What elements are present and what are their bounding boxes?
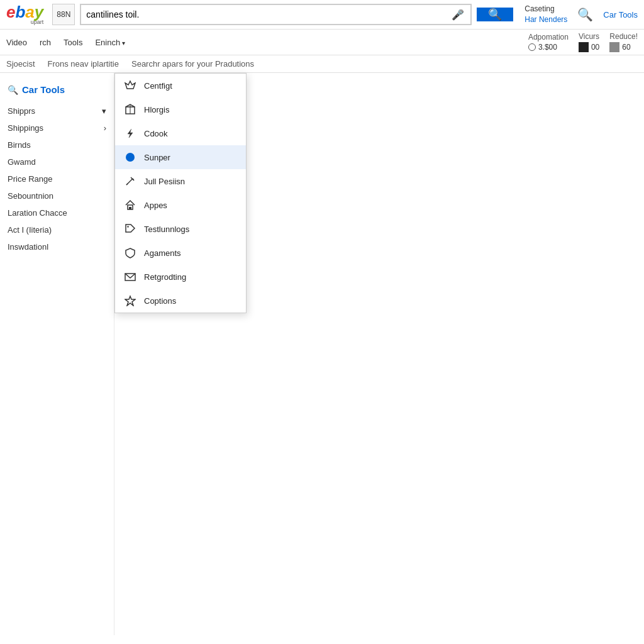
header-car-tools-link[interactable]: Car Tools [603, 10, 638, 19]
sidebar-item-laration-chacce[interactable]: Laration Chacce [0, 204, 114, 221]
sidebar-title-label: Car Tools [22, 84, 65, 95]
logo: ebay upart [6, 4, 43, 25]
dropdown-coptions-label: Coptions [144, 296, 176, 306]
svg-point-9 [127, 226, 128, 227]
vicurs-label: Vicurs [579, 32, 599, 41]
sub-header-searchr[interactable]: Searchr apars for your Pradutions [131, 59, 254, 69]
reduced-group: Reduce! 60 [609, 32, 638, 52]
tag-icon [124, 223, 136, 235]
dropdown-item-coptions[interactable]: Coptions [115, 289, 246, 313]
sidebar-shipprs-chevron: ▾ [102, 106, 106, 116]
search-category-selector[interactable]: 88N [52, 4, 75, 25]
header: ebay upart 88N 🎤 🔍 Caseting Har Nenders … [0, 0, 644, 30]
dropdown-menu: Centfigt Hlorgis Cdook Sunper [114, 73, 247, 313]
home-icon [124, 199, 136, 211]
nav-right-options: Adpomation 3.$00 Vicurs 00 Reduce! 60 [528, 32, 638, 52]
dropdown-item-sunper[interactable]: Sunper [115, 145, 246, 169]
search-submit-button[interactable]: 🔍 [477, 8, 513, 21]
dropdown-item-testlunnlogs[interactable]: Testlunnlogs [115, 217, 246, 241]
nav-item-rch[interactable]: rch [40, 35, 51, 50]
sidebar-item-shipprs[interactable]: Shipprs ▾ [0, 103, 114, 119]
color-box-gray [609, 42, 619, 52]
bolt-icon [124, 127, 136, 140]
sidebar-item-gwamd[interactable]: Gwamd [0, 153, 114, 170]
sub-header-frons[interactable]: Frons neav iplartitie [48, 59, 119, 69]
nav-bar: Video rch Tools Eninch Adpomation 3.$00 … [0, 30, 644, 55]
sidebar-item-birnds[interactable]: Birnds [0, 136, 114, 153]
nav-item-tools[interactable]: Tools [64, 35, 82, 50]
price-value: 3.$00 [538, 43, 557, 52]
sidebar-item-inswdationl[interactable]: Inswdationl [0, 238, 114, 255]
dropdown-item-hlorgis[interactable]: Hlorgis [115, 97, 246, 121]
search-input[interactable] [81, 5, 445, 24]
box-icon [124, 103, 136, 116]
search-bar: 🎤 [80, 4, 472, 25]
dropdown-item-jull-pesiisn[interactable]: Jull Pesiisn [115, 169, 246, 193]
main-layout: 🔍 Car Tools Shipprs ▾ Shippings › Birnds… [0, 73, 644, 635]
dropdown-cdook-label: Cdook [144, 129, 168, 138]
sub-header-sjoecist[interactable]: Sjoecist [6, 59, 35, 69]
dropdown-agaments-label: Agaments [144, 248, 181, 258]
dropdown-centfigt-label: Centfigt [144, 81, 172, 91]
dropdown-item-agaments[interactable]: Agaments [115, 241, 246, 265]
svg-point-3 [126, 153, 135, 162]
search-voice-icon[interactable]: 🎤 [445, 5, 470, 24]
dropdown-jull-label: Jull Pesiisn [144, 177, 185, 186]
dropdown-item-appes[interactable]: Appes [115, 193, 246, 217]
vicurs-option: 00 [579, 42, 599, 52]
logo-b: b [15, 3, 25, 21]
vicurs-value: 00 [591, 43, 599, 52]
adpomation-label: Adpomation [528, 33, 569, 42]
dropdown-hlorgis-label: Hlorgis [144, 105, 169, 114]
radio-dot-empty [528, 43, 536, 51]
dropdown-item-cdook[interactable]: Cdook [115, 121, 246, 145]
circle-filled-icon [124, 151, 136, 164]
adpomation-option: 3.$00 [528, 43, 557, 52]
svg-line-5 [126, 184, 128, 185]
sidebar-search-icon: 🔍 [8, 85, 18, 95]
dropdown-retgrodting-label: Retgrodting [144, 272, 186, 282]
adpomation-group: Adpomation 3.$00 [528, 33, 569, 52]
dropdown-sunper-label: Sunper [144, 153, 170, 162]
nav-item-video[interactable]: Video [6, 35, 27, 50]
header-har-nenders-link[interactable]: Har Nenders [525, 14, 567, 25]
crown-icon [124, 79, 136, 92]
header-search-icon[interactable]: 🔍 [577, 7, 593, 22]
dropdown-appes-label: Appes [144, 201, 167, 210]
shield-icon [124, 247, 136, 259]
dropdown-testlunnlogs-label: Testlunnlogs [144, 225, 189, 234]
sidebar-item-shippings[interactable]: Shippings › [0, 119, 114, 136]
reduced-value: 60 [622, 43, 630, 52]
header-casting-label: Caseting [525, 4, 554, 14]
nav-item-eninch[interactable]: Eninch [95, 35, 125, 50]
search-magnifier-icon: 🔍 [488, 8, 502, 21]
color-box-black [579, 42, 589, 52]
logo-sub: upart [31, 19, 44, 25]
reduced-option: 60 [609, 42, 630, 52]
dropdown-item-centfigt[interactable]: Centfigt [115, 74, 246, 97]
star-icon [124, 294, 136, 307]
sidebar-shippings-chevron: › [104, 123, 106, 133]
svg-marker-0 [125, 81, 135, 89]
sidebar-item-price-range[interactable]: Price Range [0, 170, 114, 187]
reduced-label: Reduce! [609, 32, 638, 41]
logo-e: e [6, 3, 15, 21]
svg-rect-7 [129, 207, 131, 209]
sidebar: 🔍 Car Tools Shipprs ▾ Shippings › Birnds… [0, 73, 114, 635]
sidebar-item-sebountnion[interactable]: Sebountnion [0, 187, 114, 204]
sidebar-item-act-i[interactable]: Act I (Iiteria) [0, 221, 114, 238]
vicurs-group: Vicurs 00 [579, 32, 599, 52]
mail-icon [124, 270, 136, 283]
header-right-info: Caseting Har Nenders [525, 4, 567, 25]
dropdown-item-retgrodting[interactable]: Retgrodting [115, 265, 246, 289]
sub-header: Sjoecist Frons neav iplartitie Searchr a… [0, 55, 644, 73]
svg-marker-8 [126, 225, 135, 232]
pen-icon [124, 175, 136, 187]
sidebar-title: 🔍 Car Tools [0, 79, 114, 103]
svg-marker-11 [125, 296, 135, 306]
